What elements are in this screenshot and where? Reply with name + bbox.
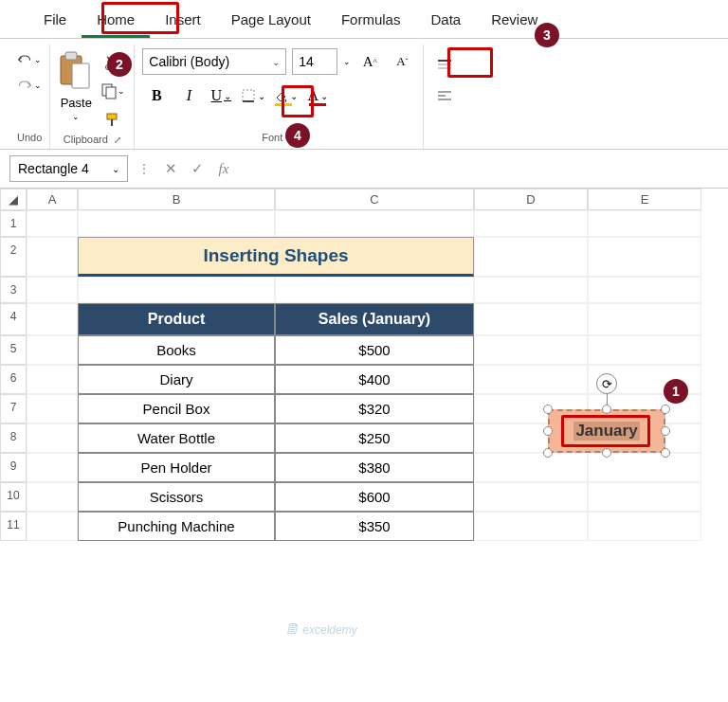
italic-button[interactable]: I: [174, 82, 203, 109]
col-A[interactable]: A: [27, 189, 78, 210]
col-E[interactable]: E: [588, 189, 701, 210]
cell[interactable]: [474, 303, 588, 335]
select-all-corner[interactable]: ◢: [0, 189, 27, 210]
col-C[interactable]: C: [275, 189, 474, 210]
font-color-button[interactable]: A: [303, 82, 332, 109]
redo-button[interactable]: ⌄: [17, 74, 42, 97]
row-6[interactable]: 6: [0, 365, 27, 394]
cell[interactable]: [275, 210, 474, 237]
cell[interactable]: [27, 210, 78, 237]
clipboard-launcher[interactable]: ⤢: [114, 135, 121, 145]
rectangle-shape[interactable]: January: [548, 409, 665, 453]
font-size-input[interactable]: 14: [292, 48, 337, 75]
td[interactable]: $400: [275, 365, 474, 394]
col-D[interactable]: D: [474, 189, 588, 210]
cell[interactable]: [588, 335, 701, 365]
cell[interactable]: [27, 277, 78, 303]
row-4[interactable]: 4: [0, 303, 27, 335]
td[interactable]: $600: [275, 482, 474, 512]
cell[interactable]: [588, 303, 701, 335]
cell[interactable]: [27, 237, 78, 277]
cell[interactable]: [474, 277, 588, 303]
th-sales[interactable]: Sales (January): [275, 303, 474, 335]
td[interactable]: Books: [78, 335, 275, 365]
format-painter-button[interactable]: [100, 107, 126, 132]
bold-button[interactable]: B: [142, 82, 171, 109]
name-box[interactable]: Rectangle 4⌄: [9, 155, 128, 182]
tab-formulas[interactable]: Formulas: [326, 4, 416, 38]
cell[interactable]: [27, 482, 78, 512]
td[interactable]: $380: [275, 453, 474, 482]
paste-dropdown[interactable]: ⌄: [72, 112, 80, 121]
td[interactable]: $250: [275, 423, 474, 453]
border-button[interactable]: [239, 82, 267, 109]
cell[interactable]: [78, 210, 275, 237]
cell[interactable]: [27, 423, 78, 453]
td[interactable]: Diary: [78, 365, 275, 394]
font-name-select[interactable]: Calibri (Body)⌄: [142, 48, 286, 75]
row-8[interactable]: 8: [0, 423, 27, 453]
cell[interactable]: [78, 277, 275, 303]
cell[interactable]: [27, 335, 78, 365]
sheet-title[interactable]: Inserting Shapes: [78, 237, 474, 277]
row-5[interactable]: 5: [0, 335, 27, 365]
resize-handle-ne[interactable]: [661, 405, 670, 414]
cell[interactable]: [27, 365, 78, 394]
underline-button[interactable]: U: [207, 82, 235, 109]
cell[interactable]: [474, 512, 588, 541]
row-3[interactable]: 3: [0, 277, 27, 303]
td[interactable]: Pen Holder: [78, 453, 275, 482]
cell[interactable]: [588, 210, 701, 237]
align-top-button[interactable]: [431, 54, 458, 77]
fx-confirm-button[interactable]: ✓: [187, 160, 208, 177]
td[interactable]: $500: [275, 335, 474, 365]
align-left-button[interactable]: [431, 84, 458, 107]
selected-shape[interactable]: ⟳ January: [548, 409, 665, 453]
cell[interactable]: [27, 394, 78, 423]
cell[interactable]: [474, 237, 588, 277]
row-1[interactable]: 1: [0, 210, 27, 237]
cell[interactable]: [474, 365, 588, 394]
cell[interactable]: [474, 453, 588, 482]
tab-data[interactable]: Data: [415, 4, 476, 38]
cell[interactable]: [27, 303, 78, 335]
tab-file[interactable]: File: [28, 4, 82, 38]
cell[interactable]: [588, 512, 701, 541]
tab-home[interactable]: Home: [82, 4, 150, 38]
resize-handle-w[interactable]: [543, 426, 553, 436]
cell[interactable]: [27, 453, 78, 482]
cell[interactable]: [474, 482, 588, 512]
cell[interactable]: [474, 210, 588, 237]
cell[interactable]: [474, 335, 588, 365]
resize-handle-s[interactable]: [602, 448, 611, 458]
font-size-dropdown[interactable]: ⌄: [343, 57, 351, 66]
namebox-handle[interactable]: ⋮: [134, 161, 155, 176]
row-2[interactable]: 2: [0, 237, 27, 277]
resize-handle-sw[interactable]: [543, 448, 553, 458]
cell[interactable]: [27, 512, 78, 541]
td[interactable]: Scissors: [78, 482, 275, 512]
resize-handle-n[interactable]: [602, 405, 611, 414]
fill-color-button[interactable]: [271, 82, 300, 109]
fx-cancel-button[interactable]: ✕: [160, 160, 181, 177]
th-product[interactable]: Product: [78, 303, 275, 335]
td[interactable]: $320: [275, 394, 474, 423]
tab-pagelayout[interactable]: Page Layout: [216, 4, 326, 38]
fx-button[interactable]: fx: [213, 161, 234, 177]
td[interactable]: Pencil Box: [78, 394, 275, 423]
row-9[interactable]: 9: [0, 453, 27, 482]
row-11[interactable]: 11: [0, 512, 27, 541]
paste-button[interactable]: [58, 48, 94, 94]
row-7[interactable]: 7: [0, 394, 27, 423]
undo-button[interactable]: ⌄: [17, 48, 42, 71]
td[interactable]: Punching Machine: [78, 512, 275, 541]
td[interactable]: Water Bottle: [78, 423, 275, 453]
cell[interactable]: [588, 277, 701, 303]
tab-insert[interactable]: Insert: [150, 4, 216, 38]
resize-handle-nw[interactable]: [543, 405, 553, 414]
copy-button[interactable]: ⌄: [100, 79, 126, 103]
col-B[interactable]: B: [78, 189, 275, 210]
resize-handle-e[interactable]: [661, 426, 670, 436]
rotate-handle-icon[interactable]: ⟳: [596, 373, 617, 394]
row-10[interactable]: 10: [0, 482, 27, 512]
